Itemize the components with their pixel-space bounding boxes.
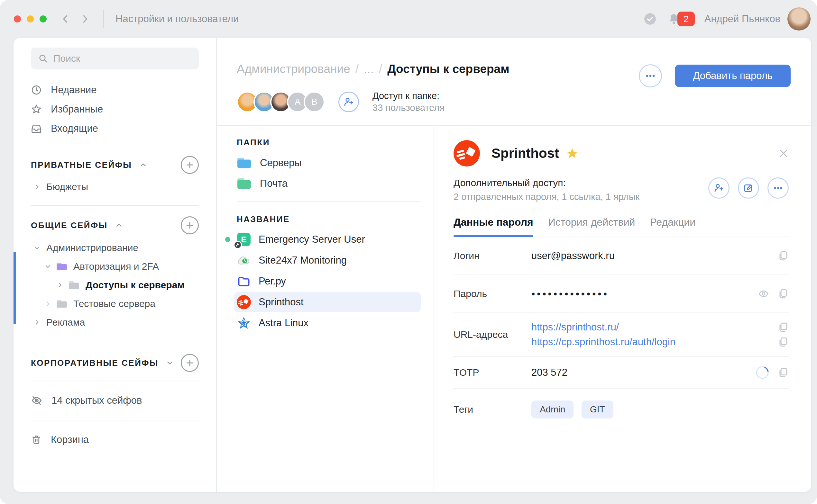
sidebar-item-label: Недавние — [51, 84, 96, 96]
url-link[interactable]: https://cp.sprinthost.ru/auth/login — [531, 336, 771, 348]
blue-star-icon — [237, 316, 251, 330]
tree-item-server-access[interactable]: Доступы к серверам — [14, 276, 216, 294]
search-box[interactable] — [31, 48, 199, 69]
add-private-safe-button[interactable] — [181, 156, 199, 174]
notification-count-badge[interactable]: 2 — [677, 12, 695, 26]
breadcrumb-parent[interactable]: Администрирование — [237, 62, 350, 76]
password-row-site24x7[interactable]: Site24x7 Monitoring — [237, 250, 421, 270]
sidebar-item-inbox[interactable]: Входящие — [14, 119, 216, 138]
copy-icon[interactable] — [777, 288, 789, 300]
field-label: Теги — [454, 404, 531, 415]
section-private-safes[interactable]: ПРИВАТНЫЕ СЕЙФЫ — [14, 155, 216, 175]
tree-item-test-servers[interactable]: Тестовые сервера — [14, 294, 216, 313]
access-count: 33 пользователя — [372, 102, 445, 114]
password-masked-value: •••••••••••••• — [531, 288, 758, 300]
tree-item-auth-2fa[interactable]: Авторизация и 2FA — [14, 257, 216, 276]
folder-name: Почта — [260, 178, 287, 189]
zoom-window-button[interactable] — [40, 15, 47, 23]
divider — [31, 420, 199, 420]
chevron-right-icon — [57, 282, 64, 289]
login-value: user@passwork.ru — [531, 250, 777, 262]
folder-members[interactable]: A B Доступ к папке: 33 пользователя — [237, 90, 445, 114]
hidden-safes-item[interactable]: 14 скрытых сейфов — [14, 391, 216, 410]
section-shared-safes[interactable]: ОБЩИЕ СЕЙФЫ — [14, 215, 216, 235]
password-name: Site24x7 Monitoring — [259, 255, 347, 266]
star-icon — [31, 104, 42, 115]
tab-action-history[interactable]: История действий — [548, 216, 635, 237]
chevron-right-icon — [33, 319, 41, 326]
folder-row-mail[interactable]: Почта — [237, 173, 421, 194]
folder-more-button[interactable] — [639, 64, 662, 87]
breadcrumb-collapsed[interactable]: ... — [364, 62, 374, 76]
edit-password-button[interactable] — [738, 177, 759, 199]
tree-item-budgets[interactable]: Бюджеты — [14, 177, 216, 196]
trash-label: Корзина — [51, 434, 89, 445]
field-row-password: Пароль •••••••••••••• — [454, 275, 789, 313]
close-icon[interactable] — [778, 148, 789, 158]
divider — [31, 205, 199, 206]
invite-user-button[interactable] — [338, 92, 359, 112]
password-name: Astra Linux — [259, 317, 308, 329]
favorite-star-icon[interactable] — [566, 147, 578, 159]
folder-icon — [56, 262, 68, 271]
forward-icon[interactable] — [79, 13, 90, 24]
chevron-right-icon — [44, 300, 51, 307]
online-status-dot — [225, 237, 230, 242]
titlebar-title: Настройки и пользователи — [115, 13, 239, 25]
person-add-icon — [343, 96, 354, 107]
url-link[interactable]: https://sprinthost.ru/ — [531, 321, 771, 333]
tree-item-administration[interactable]: Администрирование — [14, 239, 216, 257]
main-panel: Администрирование / ... / Доступы к серв… — [217, 38, 811, 492]
password-row-reg-ru[interactable]: Рег.ру — [237, 271, 421, 291]
tree-item-ads[interactable]: Реклама — [14, 313, 216, 332]
copy-icon[interactable] — [777, 321, 789, 333]
shortcut-arrow-icon — [233, 241, 242, 249]
minimize-window-button[interactable] — [27, 15, 34, 23]
chevron-up-icon — [139, 161, 147, 169]
search-input[interactable] — [53, 53, 192, 64]
password-row-emergency-server-user[interactable]: E Emergency Server User — [237, 229, 421, 249]
sidebar-item-favorites[interactable]: Избранные — [14, 100, 216, 119]
back-icon[interactable] — [60, 13, 71, 24]
tree-item-label: Доступы к серверам — [86, 280, 185, 291]
copy-icon[interactable] — [777, 367, 789, 378]
trash-item[interactable]: Корзина — [14, 430, 216, 449]
password-row-astra-linux[interactable]: Astra Linux — [237, 313, 421, 333]
close-window-button[interactable] — [14, 15, 21, 23]
inbox-icon — [31, 123, 42, 134]
current-user-avatar[interactable] — [787, 7, 811, 31]
folder-row-servers[interactable]: Серверы — [237, 153, 421, 173]
folder-icon — [68, 280, 80, 290]
hidden-safes-label: 14 скрытых сейфов — [51, 395, 142, 406]
add-shared-safe-button[interactable] — [181, 216, 199, 234]
password-row-sprinthost[interactable]: Sprinthost — [234, 292, 421, 312]
tab-password-data[interactable]: Данные пароля — [454, 216, 533, 237]
field-row-urls: URL-адреса https://sprinthost.ru/ https:… — [454, 313, 789, 357]
password-name: Рег.ру — [259, 275, 286, 287]
eye-off-icon — [31, 395, 42, 406]
divider — [237, 201, 421, 202]
chevron-right-icon — [33, 183, 41, 190]
password-more-button[interactable] — [767, 177, 789, 199]
add-corporate-safe-button[interactable] — [181, 354, 199, 372]
folder-header: Администрирование / ... / Доступы к серв… — [217, 38, 811, 126]
reveal-password-eye-icon[interactable] — [758, 288, 769, 300]
folder-icon — [56, 299, 68, 309]
search-icon — [38, 53, 48, 64]
section-corporate-safes[interactable]: КОРПОРАТИВНЫЕ СЕЙФЫ — [14, 353, 216, 373]
copy-icon[interactable] — [777, 250, 789, 262]
member-avatar-initial: B — [304, 91, 325, 113]
tab-revisions[interactable]: Редакции — [650, 216, 695, 237]
breadcrumb: Администрирование / ... / Доступы к серв… — [237, 62, 510, 76]
field-label: TOTP — [454, 367, 531, 378]
totp-code-value: 203 572 — [531, 367, 755, 378]
sidebar-item-recent[interactable]: Недавние — [14, 80, 216, 100]
tree-item-label: Бюджеты — [46, 181, 88, 192]
share-password-button[interactable] — [708, 177, 730, 199]
chevron-down-icon — [166, 359, 174, 367]
add-password-button[interactable]: Добавить пароль — [675, 65, 791, 87]
copy-icon[interactable] — [777, 336, 789, 348]
folder-green-icon — [237, 177, 251, 190]
password-title: Sprinthost — [492, 146, 559, 161]
divider — [31, 381, 199, 381]
